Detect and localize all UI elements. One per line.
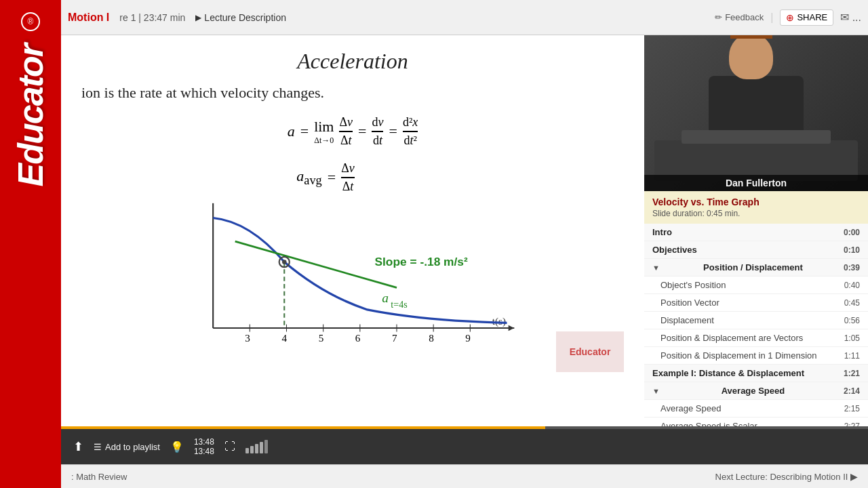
toc-item-label: Average Speed: [660, 403, 721, 413]
next-icon: ▶: [850, 471, 858, 482]
toc-item-label: Displacement: [660, 315, 714, 325]
toc-item-label: Position & Displacement in 1 Dimension: [660, 350, 817, 361]
toc-item-time: 0:10: [844, 245, 860, 255]
toc-item[interactable]: Example I: Distance & Displacement1:21: [644, 365, 868, 382]
toc-item[interactable]: Position Vector0:45: [644, 294, 868, 312]
toc-item-label: Intro: [652, 227, 672, 237]
toc-item[interactable]: Intro0:00: [644, 224, 868, 241]
next-label: Next Lecture:: [715, 472, 768, 482]
svg-text:8: 8: [429, 332, 434, 344]
toc-item-label: Position Vector: [660, 298, 719, 308]
toc-item-time: 1:21: [844, 369, 860, 378]
playlist-label: Add to playlist: [105, 442, 160, 452]
next-title: Describing Motion II: [770, 472, 848, 482]
red-sidebar: ® Educator: [0, 0, 61, 488]
feedback-button[interactable]: ✏ Feedback: [715, 12, 764, 22]
toc-item[interactable]: Object's Position0:40: [644, 277, 868, 294]
share-button[interactable]: ⊕ SHARE: [780, 9, 833, 26]
prev-lecture-link[interactable]: : Math Review: [71, 472, 127, 482]
divider: |: [770, 12, 773, 24]
instructor-name: Dan Fullerton: [644, 175, 868, 191]
share-control-btn[interactable]: ⬆: [71, 437, 85, 456]
toc-item-label: Objectives: [652, 245, 697, 255]
slide-duration: Slide duration: 0:45 min.: [652, 209, 860, 218]
svg-text:3: 3: [245, 332, 250, 344]
toc-arrow-icon: ▼: [652, 264, 660, 272]
educator-circle-icon: ®: [21, 12, 40, 31]
toc-item[interactable]: ▼Position / Displacement0:39: [644, 259, 868, 277]
share-label: SHARE: [797, 12, 827, 22]
toc-item-label: Position / Displacement: [703, 262, 803, 272]
toc-item[interactable]: Position & Displacement in 1 Dimension1:…: [644, 347, 868, 365]
lecture-info: re 1 | 23:47 min: [119, 12, 185, 23]
svg-text:t(s): t(s): [492, 315, 506, 327]
playlist-icon: ☰: [94, 442, 102, 452]
next-lecture-link[interactable]: Next Lecture: Describing Motion II ▶: [715, 471, 858, 482]
lecture-desc-label: Lecture Description: [204, 12, 286, 23]
formula-main: a = lim Δt→0 Δv Δt = dv dt: [288, 115, 418, 148]
top-bar: Motion I re 1 | 23:47 min ▶ Lecture Desc…: [61, 0, 868, 35]
footer-bar: : Math Review Next Lecture: Describing M…: [61, 464, 868, 488]
toc-item-time: 0:39: [844, 263, 860, 272]
add-to-playlist-btn[interactable]: ☰ Add to playlist: [94, 442, 160, 452]
instructor-video: Dan Fullerton: [644, 35, 868, 191]
toc-item[interactable]: Displacement0:56: [644, 312, 868, 329]
share-icon: ⊕: [786, 12, 794, 23]
toc-item-time: 0:45: [844, 298, 860, 308]
toc-item-time: 0:00: [844, 228, 860, 237]
toc-item-time: 2:14: [844, 386, 860, 396]
toc-item-label: Position & Displacement are Vectors: [660, 333, 803, 343]
toc-item-label: Object's Position: [660, 280, 726, 290]
toc-arrow-icon: ▼: [652, 387, 660, 395]
svg-text:9: 9: [465, 332, 471, 344]
svg-text:Slope = -.18 m/s²: Slope = -.18 m/s²: [375, 255, 468, 268]
fullscreen-btn[interactable]: ⛶: [222, 439, 237, 455]
svg-line-19: [235, 241, 397, 287]
toc-item-time: 0:40: [844, 281, 860, 290]
prev-label: : Math Review: [71, 472, 127, 482]
time-top: 13:48: [194, 437, 214, 447]
svg-text:t=4s: t=4s: [391, 299, 407, 310]
svg-text:4: 4: [281, 332, 287, 344]
seek-bar-container[interactable]: [61, 426, 868, 429]
toc-item-time: 1:11: [844, 351, 860, 361]
slide-title: Acceleration: [297, 49, 408, 74]
top-bar-right: ✏ Feedback | ⊕ SHARE ✉ ...: [715, 9, 861, 26]
svg-text:a: a: [382, 291, 389, 305]
page-title: Motion I: [68, 12, 109, 24]
slide-content: Acceleration ion is the rate at which ve…: [61, 35, 644, 426]
seek-bar-fill: [61, 426, 545, 429]
svg-text:7: 7: [392, 332, 397, 344]
toc-item-time: 0:56: [844, 316, 860, 325]
watermark: Educator: [556, 331, 624, 372]
svg-text:5: 5: [319, 332, 324, 344]
lecture-description-btn[interactable]: ▶ Lecture Description: [195, 12, 286, 23]
svg-marker-2: [509, 325, 515, 331]
lightbulb-btn[interactable]: 💡: [168, 439, 186, 455]
slide-info: Velocity vs. Time Graph Slide duration: …: [644, 191, 868, 224]
toc-item[interactable]: Position & Displacement are Vectors1:05: [644, 329, 868, 347]
email-icon[interactable]: ✉ ...: [840, 11, 861, 24]
graph-area: 3 4 5 6 7 8 9 t(s): [75, 196, 631, 372]
play-icon: ▶: [195, 13, 201, 22]
toc-item[interactable]: Objectives0:10: [644, 241, 868, 259]
feedback-label: Feedback: [725, 12, 764, 22]
volume-control[interactable]: [245, 440, 268, 453]
educator-logo: Educator: [13, 45, 48, 186]
toc-item-time: 2:15: [844, 404, 860, 413]
pencil-icon: ✏: [715, 12, 722, 22]
time-display: 13:48 13:48: [194, 437, 214, 456]
content-area: Motion I re 1 | 23:47 min ▶ Lecture Desc…: [61, 0, 868, 488]
formula-avg: aavg = Δv Δt: [296, 161, 354, 194]
svg-point-21: [282, 260, 287, 264]
lecture-area: Acceleration ion is the rate at which ve…: [61, 35, 868, 426]
toc-item[interactable]: ▼Average Speed2:14: [644, 382, 868, 400]
toc-item-label: Average Speed: [722, 386, 785, 396]
table-of-contents: Intro0:00Objectives0:10▼Position / Displ…: [644, 224, 868, 426]
svg-text:6: 6: [355, 332, 361, 344]
controls-bar: ⬆ ☰ Add to playlist 💡 13:48 13:48 ⛶: [61, 429, 868, 464]
toc-item[interactable]: Average Speed is Scalar2:27: [644, 418, 868, 426]
time-bottom: 13:48: [194, 447, 214, 456]
toc-item[interactable]: Average Speed2:15: [644, 400, 868, 418]
toc-item-label: Average Speed is Scalar: [660, 421, 757, 426]
